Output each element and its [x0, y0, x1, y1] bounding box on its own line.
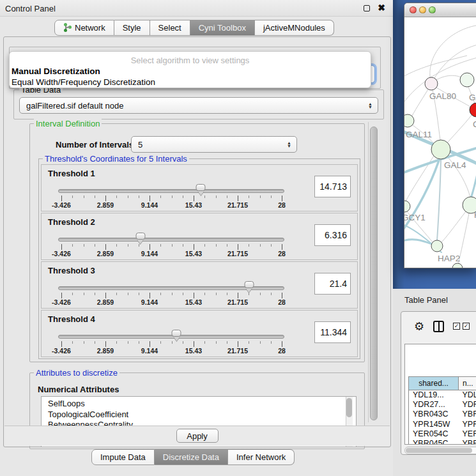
table-row[interactable]: YBR045CYBR0...	[409, 438, 476, 445]
tab-impute-data[interactable]: Impute Data	[91, 449, 155, 465]
zoom-traffic-light-icon[interactable]	[429, 6, 436, 13]
popup-option-manual[interactable]: Manual Discretization	[12, 66, 100, 76]
table-hscrollbar-thumb[interactable]	[406, 448, 472, 453]
threshold-1-slider-track[interactable]	[58, 189, 284, 193]
tick-mark	[150, 196, 150, 201]
table-cell[interactable]: YBR043C	[409, 410, 459, 419]
popup-option-equal-width[interactable]: Equal Width/Frequency Discretization	[12, 77, 155, 87]
number-of-intervals-value: 5	[138, 140, 142, 150]
threshold-1-slider-thumb[interactable]	[196, 184, 206, 196]
tick-mark	[238, 196, 238, 201]
table-cell[interactable]: YBR0...	[459, 410, 476, 419]
threshold-4-slider-thumb[interactable]	[172, 330, 181, 341]
table-cell[interactable]: YER0...	[459, 429, 476, 438]
tab-discretize-data[interactable]: Discretize Data	[155, 449, 228, 465]
threshold-2-value-field[interactable]: 6.316	[314, 224, 351, 246]
tick-label: -3.426	[52, 298, 71, 306]
threshold-2-row: Threshold 2 -3.4262.8599.14415.4321.7152…	[41, 213, 358, 260]
column-header-name[interactable]: n...	[459, 377, 476, 390]
threshold-2-slider-thumb[interactable]	[135, 233, 145, 244]
table-row[interactable]: YPR145WYPR1...	[409, 419, 476, 429]
node-top-right	[460, 73, 474, 87]
threshold-3-row: Threshold 3 -3.4262.8599.14415.4321.7152…	[41, 261, 358, 309]
table-cell[interactable]: YER054C	[409, 429, 459, 438]
control-panel: Control Panel ✖ Network Style Select Cyn…	[0, 0, 393, 476]
tick-mark	[183, 244, 183, 247]
network-canvas[interactable]: GAL80 GA C GAL11 GAL4 GCY1 H HAP2	[404, 17, 476, 268]
float-window-icon[interactable]	[364, 5, 370, 12]
table-row[interactable]: YDR27...YDR2...	[409, 400, 476, 410]
tick-mark	[128, 341, 128, 344]
table-row[interactable]: YBR043CYBR0...	[409, 410, 476, 419]
threshold-3-slider-thumb[interactable]	[244, 281, 254, 293]
threshold-2-tick-labels: -3.4262.8599.14415.4321.71528	[61, 250, 282, 257]
tick-mark	[61, 244, 62, 250]
tick-mark	[139, 244, 139, 247]
checkbox-icon[interactable]: ✓	[453, 323, 460, 330]
label-partial-ga: GA	[469, 93, 476, 102]
threshold-1-label: Threshold 1	[48, 169, 95, 178]
threshold-4-value-field[interactable]: 11.344	[314, 321, 351, 343]
tick-mark	[105, 293, 106, 298]
threshold-3-value-field[interactable]: 21.4	[314, 273, 351, 295]
tick-mark	[216, 341, 217, 344]
table-cell[interactable]: YDR2...	[459, 400, 476, 410]
threshold-3-label: Threshold 3	[48, 266, 95, 275]
tab-select[interactable]: Select	[150, 20, 190, 36]
tick-mark	[95, 341, 95, 344]
number-of-intervals-combobox[interactable]: 5 ▲▼	[131, 136, 297, 153]
node-gal80	[425, 77, 438, 90]
column-header-shared[interactable]: shared...	[409, 377, 459, 390]
tab-cyni-toolbox[interactable]: Cyni Toolbox	[190, 20, 255, 36]
threshold-2-slider-track[interactable]	[58, 238, 284, 242]
tick-label: 28	[278, 298, 286, 306]
table-cell[interactable]: YPR145W	[409, 419, 459, 429]
tick-mark	[150, 244, 150, 250]
columns-icon[interactable]	[433, 321, 444, 332]
checkbox-icon[interactable]: ✓	[463, 323, 470, 330]
table-data-selected: galFiltered.sif default node	[26, 101, 123, 111]
table-cell[interactable]: YBR045C	[409, 438, 459, 445]
tick-mark	[160, 341, 161, 344]
tick-mark	[183, 341, 183, 344]
table-row[interactable]: YDL19...YDL1...	[409, 390, 476, 400]
tab-style[interactable]: Style	[114, 20, 150, 36]
table-row[interactable]: YER054CYER0...	[409, 429, 476, 438]
network-window-titlebar[interactable]	[404, 3, 476, 17]
label-gal4: GAL4	[444, 160, 466, 170]
attribute-item[interactable]: TopologicalCoefficient	[48, 410, 356, 420]
tab-network-label: Network	[75, 23, 105, 33]
table-cell[interactable]: YBR0...	[459, 438, 476, 445]
table-cell[interactable]: YDR27...	[409, 400, 459, 410]
table-hscrollbar-track[interactable]	[404, 447, 476, 454]
threshold-1-value-field[interactable]: 14.713	[314, 176, 351, 197]
panel-scrollbar-thumb[interactable]	[370, 127, 378, 420]
tab-network[interactable]: Network	[54, 20, 114, 36]
tick-label: 9.144	[141, 201, 158, 209]
close-traffic-light-icon[interactable]	[410, 6, 417, 13]
table-cell[interactable]: YDL1...	[459, 390, 476, 400]
tick-mark	[204, 244, 205, 247]
attributes-scrollbar-thumb[interactable]	[346, 398, 352, 417]
tick-label: -3.426	[52, 250, 71, 257]
apply-button[interactable]: Apply	[176, 429, 219, 443]
attribute-item[interactable]: SelfLoops	[48, 399, 356, 410]
tab-infer-network[interactable]: Infer Network	[228, 449, 295, 465]
tick-mark	[84, 244, 84, 247]
gear-icon[interactable]: ⚙	[414, 321, 424, 332]
network-window[interactable]: GAL80 GA C GAL11 GAL4 GCY1 H HAP2	[404, 3, 476, 268]
table-cell[interactable]: YPR1...	[459, 419, 476, 429]
tick-mark	[204, 196, 205, 198]
tab-jactivemnodules[interactable]: jActiveMNodules	[255, 20, 334, 36]
attributes-group-title: Attributes to discretize	[34, 368, 119, 378]
close-icon[interactable]: ✖	[378, 3, 385, 13]
tick-mark	[116, 293, 117, 295]
tick-label: -3.426	[52, 201, 71, 209]
table-cell[interactable]: YDL19...	[409, 390, 459, 400]
tick-mark	[72, 244, 73, 247]
table-data-combobox[interactable]: galFiltered.sif default node ▲▼	[19, 97, 378, 114]
minimize-traffic-light-icon[interactable]	[419, 6, 426, 13]
tab-cyni-toolbox-label: Cyni Toolbox	[199, 23, 246, 33]
tick-label: 2.859	[97, 347, 114, 355]
tab-infer-network-label: Infer Network	[236, 452, 286, 462]
